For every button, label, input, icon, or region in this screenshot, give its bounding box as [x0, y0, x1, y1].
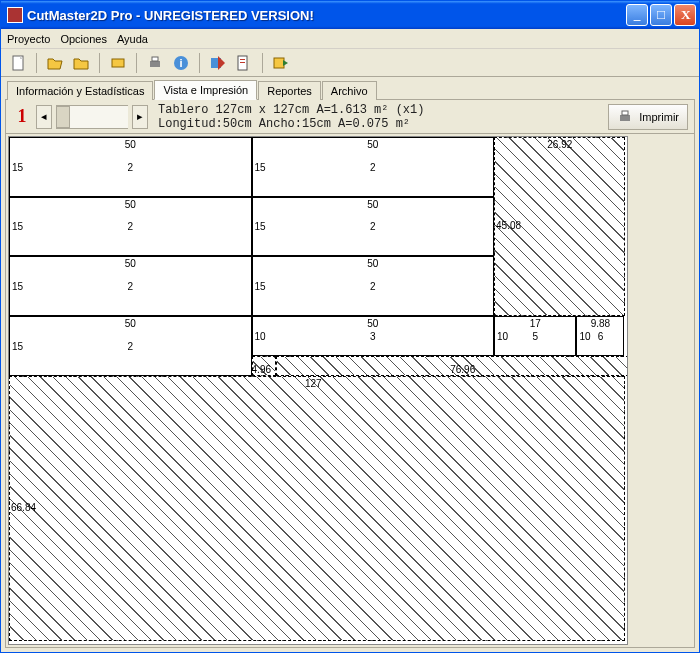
separator — [136, 53, 137, 73]
waste-width-label: 76.96 — [450, 364, 475, 375]
piece-id-label: 6 — [598, 330, 604, 341]
piece-id-label: 2 — [370, 161, 376, 172]
cut-piece: 50152 — [252, 256, 495, 316]
cut-piece: 17105 — [494, 316, 576, 356]
cut-piece: 50152 — [252, 197, 495, 257]
page-number: 1 — [12, 106, 32, 127]
svg-rect-12 — [622, 111, 628, 115]
waste-height-label: 45.08 — [496, 220, 521, 231]
piece-width-label: 50 — [125, 258, 136, 269]
piece-height-label: 10 — [255, 330, 266, 341]
run-button[interactable] — [270, 52, 292, 74]
piece-width-label: 50 — [367, 139, 378, 150]
piece-height-label: 15 — [12, 340, 23, 351]
piece-id-label: 5 — [532, 330, 538, 341]
canvas-side — [630, 136, 690, 645]
info-icon: i — [173, 55, 189, 71]
piece-button[interactable] — [107, 52, 129, 74]
piece-id-label: 2 — [370, 221, 376, 232]
svg-rect-9 — [240, 62, 245, 63]
folder-icon — [73, 55, 89, 71]
info-button[interactable]: i — [170, 52, 192, 74]
tab-archive[interactable]: Archivo — [322, 81, 377, 100]
menu-proyecto[interactable]: Proyecto — [7, 33, 50, 45]
toolbar: i — [1, 49, 699, 77]
titlebar: CutMaster2D Pro - UNREGISTERED VERSION! … — [1, 1, 699, 29]
piece-id-label: 2 — [370, 281, 376, 292]
app-window: CutMaster2D Pro - UNREGISTERED VERSION! … — [0, 0, 700, 653]
piece-width-label: 17 — [530, 318, 541, 329]
piece-width-label: 50 — [125, 139, 136, 150]
export-icon — [210, 55, 226, 71]
folder-open-icon — [47, 55, 63, 71]
cutting-canvas: 5015250152501525015250152501525015250103… — [8, 136, 628, 645]
piece-height-label: 15 — [255, 221, 266, 232]
waste-width-label: 26.92 — [547, 139, 572, 150]
minimize-button[interactable]: _ — [626, 4, 648, 26]
cut-piece: 50152 — [9, 256, 252, 316]
print-button[interactable] — [144, 52, 166, 74]
prev-page-button[interactable]: ◂ — [36, 105, 52, 129]
tab-view[interactable]: Vista e Impresión — [154, 80, 257, 100]
menu-ayuda[interactable]: Ayuda — [117, 33, 148, 45]
svg-rect-11 — [620, 115, 630, 121]
piece-width-label: 9.88 — [591, 318, 610, 329]
separator — [262, 53, 263, 73]
cut-piece: 50152 — [9, 316, 252, 376]
top-strip: 1 ◂ ▸ Tablero 127cm x 127cm A=1.613 m² (… — [6, 100, 694, 134]
scrollbar-thumb[interactable] — [56, 106, 70, 128]
tab-reports[interactable]: Reportes — [258, 81, 321, 100]
canvas-row: 5015250152501525015250152501525015250103… — [6, 134, 694, 647]
cut-piece: 50152 — [252, 137, 495, 197]
maximize-button[interactable]: □ — [650, 4, 672, 26]
waste-width-label: 127 — [305, 378, 322, 389]
svg-rect-10 — [274, 58, 284, 68]
svg-rect-2 — [150, 61, 160, 67]
piece-id-label: 2 — [127, 161, 133, 172]
save-button[interactable] — [70, 52, 92, 74]
tab-info[interactable]: Información y Estadísticas — [7, 81, 153, 100]
piece-width-label: 50 — [367, 199, 378, 210]
piece-width-label: 50 — [125, 318, 136, 329]
piece-height-label: 15 — [255, 161, 266, 172]
separator — [199, 53, 200, 73]
close-button[interactable]: X — [674, 4, 696, 26]
cut-piece: 50152 — [9, 137, 252, 197]
svg-text:i: i — [179, 57, 182, 69]
piece-width-label: 50 — [367, 318, 378, 329]
waste-area — [9, 376, 625, 642]
board-info: Tablero 127cm x 127cm A=1.613 m² (x1) Lo… — [158, 103, 598, 131]
menubar: Proyecto Opciones Ayuda — [1, 29, 699, 49]
piece-height-label: 15 — [12, 221, 23, 232]
piece-id-label: 3 — [370, 330, 376, 341]
print-label: Imprimir — [639, 111, 679, 123]
piece-id-label: 2 — [127, 340, 133, 351]
cut-piece: 50152 — [9, 197, 252, 257]
piece-height-label: 15 — [12, 281, 23, 292]
piece-width-label: 50 — [125, 199, 136, 210]
printer-icon — [617, 109, 633, 125]
piece-id-label: 2 — [127, 281, 133, 292]
open-button[interactable] — [44, 52, 66, 74]
app-icon — [7, 7, 23, 23]
svg-rect-3 — [152, 57, 158, 61]
run-icon — [273, 55, 289, 71]
new-button[interactable] — [7, 52, 29, 74]
report-button[interactable] — [233, 52, 255, 74]
piece-height-label: 10 — [497, 330, 508, 341]
waste-height-label: 66.84 — [11, 502, 36, 513]
cut-piece: 9.88106 — [576, 316, 624, 356]
page-scrollbar[interactable] — [56, 105, 128, 129]
piece-height-label: 10 — [579, 330, 590, 341]
file-icon — [10, 55, 26, 71]
cut-piece: 50103 — [252, 316, 495, 356]
window-title: CutMaster2D Pro - UNREGISTERED VERSION! — [27, 8, 626, 23]
print-page-button[interactable]: Imprimir — [608, 104, 688, 130]
piece-icon — [110, 55, 126, 71]
separator — [36, 53, 37, 73]
export-button[interactable] — [207, 52, 229, 74]
menu-opciones[interactable]: Opciones — [60, 33, 106, 45]
piece-id-label: 2 — [127, 221, 133, 232]
next-page-button[interactable]: ▸ — [132, 105, 148, 129]
info-line-2: Longitud:50cm Ancho:15cm A=0.075 m² — [158, 117, 598, 131]
